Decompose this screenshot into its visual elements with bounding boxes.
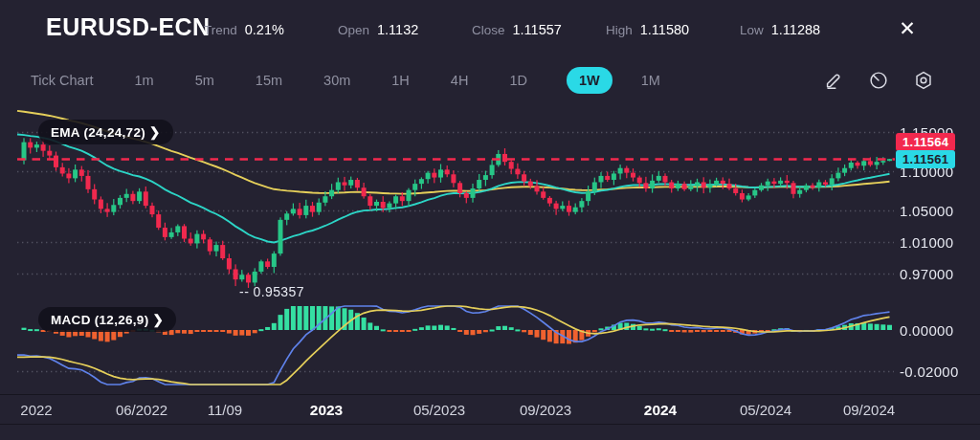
settings-icon[interactable] (913, 70, 934, 91)
countdown-icon[interactable] (868, 70, 889, 91)
price-axis-label: 1.05000 (900, 203, 953, 219)
timeframe-list: Tick Chart1m5m15m30m1H4H1D1W1M (29, 67, 700, 94)
time-axis-label: 09/2024 (843, 395, 895, 425)
stat-label: Close (472, 23, 505, 37)
time-axis-label: 05/2023 (413, 395, 465, 425)
stat-label: Trend (204, 23, 237, 37)
timeframe-toolbar: Tick Chart1m5m15m30m1H4H1D1W1M (0, 59, 980, 101)
ema-indicator-pill[interactable]: EMA (24,24,72)❯ (38, 120, 173, 144)
stat-value: 1.11580 (640, 22, 689, 37)
timeframe-button-1h[interactable]: 1H (390, 68, 412, 93)
timeframe-button-1d[interactable]: 1D (507, 68, 529, 93)
toolbar-icons (823, 70, 934, 91)
timeframe-button-4h[interactable]: 4H (449, 68, 471, 93)
macd-axis-label: -0.02000 (900, 363, 959, 380)
macd-axis-label: 0.00000 (900, 322, 953, 339)
time-axis-label: 2022 (20, 395, 52, 425)
header-stat-high: High1.11580 (606, 21, 740, 38)
stat-label: High (606, 23, 633, 37)
price-axis-label: 0.97000 (900, 266, 953, 282)
stat-value: 1.1132 (377, 22, 418, 37)
time-axis-label: 2023 (310, 395, 343, 425)
price-axis-label: 1.01000 (900, 234, 953, 251)
symbol-title: EURUSD-ECN (46, 13, 211, 41)
draw-icon[interactable] (823, 70, 844, 91)
timeframe-button-1w[interactable]: 1W (567, 67, 612, 94)
macd-indicator-pill[interactable]: MACD (12,26,9)❯ (38, 307, 176, 332)
chevron-right-icon: ❯ (152, 313, 164, 327)
time-axis-label: 05/2024 (740, 395, 791, 425)
timeframe-button-5m[interactable]: 5m (193, 68, 216, 93)
chart-header: EURUSD-ECN Trend0.21%Open1.1132Close1.11… (0, 0, 980, 55)
ask-price-badge: 1.11564 (896, 133, 955, 151)
timeframe-button-30m[interactable]: 30m (322, 68, 352, 93)
time-axis: 202206/202211/09202305/202309/2023202405… (0, 394, 980, 425)
header-stat-close: Close1.11557 (472, 21, 606, 38)
time-axis-label: 2024 (644, 395, 677, 425)
ema-label: EMA (24,24,72) (51, 125, 145, 140)
header-stat-low: Low1.11288 (740, 21, 874, 38)
time-axis-label: 11/09 (208, 395, 242, 425)
timeframe-button-1m[interactable]: 1M (639, 68, 662, 93)
low-price-annotation: -- 0.95357 (239, 284, 304, 299)
stat-value: 0.21% (245, 22, 284, 37)
stat-label: Open (338, 23, 369, 37)
stat-label: Low (740, 23, 764, 37)
header-stat-trend: Trend0.21% (204, 21, 338, 38)
close-icon[interactable]: ✕ (893, 14, 922, 43)
timeframe-button-tick-chart[interactable]: Tick Chart (29, 68, 96, 93)
stat-value: 1.11557 (513, 22, 562, 37)
bid-price-badge: 1.11561 (896, 150, 955, 168)
macd-label: MACD (12,26,9) (51, 313, 148, 327)
timeframe-button-15m[interactable]: 15m (254, 68, 284, 93)
time-axis-label: 06/2022 (116, 395, 167, 425)
timeframe-button-1m[interactable]: 1m (133, 68, 156, 93)
time-axis-label: 09/2023 (520, 395, 571, 425)
header-stats: Trend0.21%Open1.1132Close1.11557High1.11… (204, 21, 874, 38)
chevron-right-icon: ❯ (149, 125, 161, 140)
header-stat-open: Open1.1132 (338, 21, 472, 38)
stat-value: 1.11288 (771, 22, 820, 37)
